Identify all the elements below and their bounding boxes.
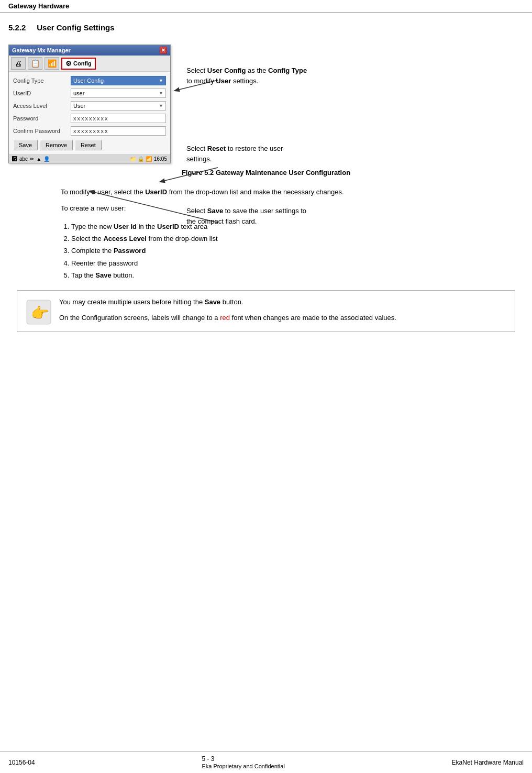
password-value: xxxxxxxxx (73, 115, 109, 122)
section-number: 5.2.2 (8, 23, 26, 32)
password-field[interactable]: xxxxxxxxx (71, 114, 166, 123)
reset-button[interactable]: Reset (75, 140, 102, 150)
list-item-5: Tap the Save button. (71, 269, 524, 281)
header-title: Gateway Hardware (8, 2, 69, 10)
config-type-arrow: ▼ (159, 78, 163, 83)
note-text: You may create multiple users before hit… (59, 297, 506, 324)
callout-2: Select Reset to restore the user setting… (186, 143, 364, 164)
statusbar-icon4: ▲ (36, 156, 41, 162)
toolbar-config-button[interactable]: ⚙ Config (61, 58, 96, 70)
access-level-value: User (73, 103, 85, 109)
note-icon: 👉 (26, 299, 52, 325)
userid-value: user (73, 90, 84, 96)
footer-right: EkaNet Hardware Manual (452, 759, 524, 766)
statusbar-time: 16:05 (154, 156, 167, 162)
statusbar-right: 📁 🔒 📶 16:05 (130, 156, 167, 162)
toolbar-print-button[interactable]: 🖨 (11, 57, 26, 70)
config-type-value: User Config (73, 78, 104, 84)
password-control: xxxxxxxxx (71, 114, 166, 123)
section-heading: User Config Settings (37, 23, 114, 32)
confirm-password-value: xxxxxxxxx (73, 128, 109, 134)
access-level-arrow: ▼ (159, 103, 163, 108)
window-close-button[interactable]: ✕ (160, 47, 167, 54)
statusbar-icons-right: 📁 🔒 📶 (130, 156, 152, 162)
access-level-dropdown[interactable]: User ▼ (71, 101, 166, 111)
toolbar-clipboard-button[interactable]: 📋 (28, 57, 42, 70)
password-label: Password (13, 115, 71, 122)
footer: 10156-04 5 - 3Eka Proprietary and Confid… (0, 752, 532, 773)
step1-userid-bold: User Id (114, 223, 137, 230)
pointing-hand-icon: 👉 (26, 299, 52, 325)
callout1-bold2: Config Type (268, 67, 307, 74)
statusbar-icon1: 🅶 (12, 156, 17, 162)
config-type-dropdown[interactable]: User Config ▼ (71, 76, 166, 85)
userid-control: user ▼ (71, 89, 166, 98)
config-type-label: Config Type (13, 78, 71, 84)
section-title: 5.2.2 User Config Settings (8, 23, 524, 32)
list-item-4: Reenter the password (71, 257, 524, 269)
statusbar-icon5: 👤 (43, 156, 50, 162)
access-level-row: Access Level User ▼ (13, 101, 166, 111)
callout1-bold1: User Config (207, 67, 246, 74)
userid-row: UserID user ▼ (13, 89, 166, 98)
step5-save-bold: Save (95, 271, 111, 279)
callout-container: Select User Config as the Config Type to… (186, 65, 364, 226)
footer-left: 10156-04 (8, 759, 35, 766)
confirm-password-row: Confirm Password xxxxxxxxx (13, 126, 166, 136)
footer-center: 5 - 3Eka Proprietary and Confidential (202, 755, 284, 770)
window-toolbar: 🖨 📋 📶 ⚙ Config (9, 56, 170, 72)
config-type-row: Config Type User Config ▼ (13, 76, 166, 85)
statusbar-icon3: ✏ (30, 156, 34, 162)
note-box: 👉 You may create multiple users before h… (17, 290, 515, 332)
header: Gateway Hardware (0, 0, 532, 13)
callout1-bold3: User (216, 77, 231, 85)
access-level-label: Access Level (13, 103, 71, 109)
userid-label: UserID (13, 90, 71, 96)
statusbar-left: 🅶 abc ✏ ▲ 👤 (12, 156, 50, 162)
remove-button[interactable]: Remove (40, 140, 73, 150)
list-item-3: Complete the Password (71, 245, 524, 257)
access-level-control: User ▼ (71, 101, 166, 111)
toolbar-config-label: Config (73, 60, 92, 67)
main-content: 5.2.2 User Config Settings Gateway Mx Ma… (0, 13, 532, 363)
callout-1: Select User Config as the Config Type to… (186, 65, 364, 86)
gateway-window: Gateway Mx Manager ✕ 🖨 📋 📶 ⚙ Config Conf… (8, 45, 171, 163)
confirm-password-label: Confirm Password (13, 128, 71, 134)
window-statusbar: 🅶 abc ✏ ▲ 👤 📁 🔒 📶 16:05 (9, 154, 170, 163)
userid-dropdown[interactable]: user ▼ (71, 89, 166, 98)
userid-arrow: ▼ (159, 91, 163, 96)
toolbar-wifi-button[interactable]: 📶 (45, 57, 59, 70)
confirm-password-field[interactable]: xxxxxxxxx (71, 126, 166, 136)
callout-3: Select Save to save the user settings to… (186, 206, 364, 226)
figure-area: Gateway Mx Manager ✕ 🖨 📋 📶 ⚙ Config Conf… (8, 45, 524, 163)
note-red-text: red (220, 314, 230, 322)
save-button[interactable]: Save (13, 140, 38, 150)
callout3-bold1: Save (207, 207, 223, 215)
window-body: Config Type User Config ▼ UserID user (9, 72, 170, 154)
config-type-control: User Config ▼ (71, 76, 166, 85)
window-titlebar: Gateway Mx Manager ✕ (9, 45, 170, 56)
step1-userid2-bold: UserID (157, 223, 179, 230)
body-userid-bold: UserID (145, 188, 167, 196)
numbered-list: Type the new User Id in the UserID text … (71, 220, 524, 282)
confirm-password-control: xxxxxxxxx (71, 126, 166, 136)
svg-text:👉: 👉 (31, 304, 49, 322)
window-title: Gateway Mx Manager (12, 47, 71, 53)
callout2-bold1: Reset (207, 145, 226, 152)
statusbar-icon2: abc (19, 156, 28, 162)
buttons-row: Save Remove Reset (13, 140, 166, 150)
note-save-bold: Save (205, 298, 220, 306)
list-item-2: Select the Access Level from the drop-do… (71, 233, 524, 245)
step3-password-bold: Password (114, 247, 146, 255)
step2-access-bold: Access Level (103, 235, 146, 242)
password-row: Password xxxxxxxxx (13, 114, 166, 123)
